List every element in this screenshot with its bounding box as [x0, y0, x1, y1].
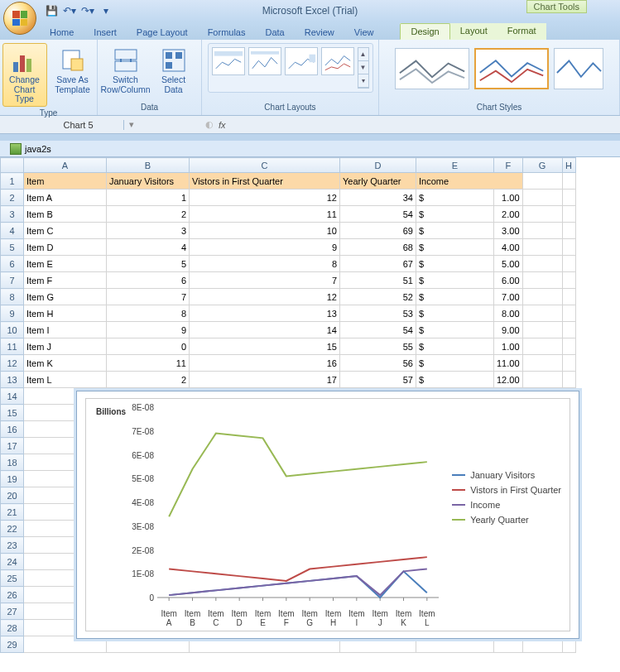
- cell-E11[interactable]: $: [416, 338, 494, 355]
- tab-data[interactable]: Data: [255, 25, 294, 40]
- tab-review[interactable]: Review: [295, 25, 344, 40]
- cell-C6[interactable]: 8: [190, 256, 340, 272]
- row-header-20[interactable]: 20: [1, 487, 24, 504]
- tab-formulas[interactable]: Formulas: [198, 25, 256, 40]
- cell-D1[interactable]: Yearly Quarter: [340, 173, 416, 190]
- row-header-15[interactable]: 15: [1, 405, 24, 421]
- cell-E2[interactable]: $: [416, 190, 494, 206]
- cell-F13[interactable]: 12.00: [494, 372, 523, 388]
- cell-A9[interactable]: Item H: [24, 305, 107, 322]
- fx-icon[interactable]: fx: [219, 120, 226, 130]
- row-header-11[interactable]: 11: [1, 338, 24, 355]
- cell-C8[interactable]: 12: [190, 289, 340, 305]
- row-header-18[interactable]: 18: [1, 454, 24, 471]
- row-header-27[interactable]: 27: [1, 603, 24, 620]
- cell-B2[interactable]: 1: [107, 190, 190, 206]
- row-header-2[interactable]: 2: [1, 190, 24, 206]
- row-header-6[interactable]: 6: [1, 256, 24, 272]
- row-header-9[interactable]: 9: [1, 305, 24, 322]
- style-option-2[interactable]: [474, 48, 549, 89]
- cell-D11[interactable]: 55: [340, 338, 416, 355]
- layout-option-4[interactable]: [321, 47, 354, 75]
- cell-D8[interactable]: 52: [340, 289, 416, 305]
- cell-D13[interactable]: 57: [340, 372, 416, 388]
- cell-B10[interactable]: 9: [107, 322, 190, 338]
- cell-A7[interactable]: Item F: [24, 272, 107, 289]
- cell-E4[interactable]: $: [416, 223, 494, 239]
- tab-format[interactable]: Format: [497, 23, 546, 40]
- cell-D12[interactable]: 56: [340, 355, 416, 372]
- undo-icon[interactable]: ↶▾: [63, 4, 76, 17]
- row-header-17[interactable]: 17: [1, 438, 24, 454]
- cell-B1[interactable]: January Visitors: [107, 173, 190, 190]
- cell-D4[interactable]: 69: [340, 223, 416, 239]
- cell-F4[interactable]: 3.00: [494, 223, 523, 239]
- cell-D9[interactable]: 53: [340, 305, 416, 322]
- tab-design[interactable]: Design: [400, 23, 449, 40]
- cell-A12[interactable]: Item K: [24, 355, 107, 372]
- chart-legend[interactable]: January VisitorsVistors in First Quarter…: [452, 465, 561, 530]
- name-box-dropdown-icon[interactable]: ▾: [124, 119, 139, 130]
- cell-E12[interactable]: $: [416, 355, 494, 372]
- cell-C3[interactable]: 11: [190, 206, 340, 223]
- cell-D10[interactable]: 54: [340, 322, 416, 338]
- cell-A6[interactable]: Item E: [24, 256, 107, 272]
- cell-E7[interactable]: $: [416, 272, 494, 289]
- row-header-8[interactable]: 8: [1, 289, 24, 305]
- cell-F10[interactable]: 9.00: [494, 322, 523, 338]
- row-header-22[interactable]: 22: [1, 521, 24, 537]
- cell-C13[interactable]: 17: [190, 372, 340, 388]
- cell-B3[interactable]: 2: [107, 206, 190, 223]
- cell-B13[interactable]: 2: [107, 372, 190, 388]
- row-header-16[interactable]: 16: [1, 421, 24, 438]
- legend-item[interactable]: Vistors in First Quarter: [452, 485, 561, 495]
- row-header-7[interactable]: 7: [1, 272, 24, 289]
- office-button[interactable]: [3, 2, 36, 35]
- cell-B11[interactable]: 0: [107, 338, 190, 355]
- col-header-E[interactable]: E: [416, 158, 494, 173]
- series-line[interactable]: [169, 557, 427, 581]
- cell-E1[interactable]: Income: [416, 173, 523, 190]
- cell-C11[interactable]: 15: [190, 338, 340, 355]
- cell-C10[interactable]: 14: [190, 322, 340, 338]
- cell-E10[interactable]: $: [416, 322, 494, 338]
- formula-input[interactable]: [231, 120, 479, 130]
- cell-F2[interactable]: 1.00: [494, 190, 523, 206]
- tab-layout[interactable]: Layout: [450, 23, 497, 40]
- row-header-24[interactable]: 24: [1, 554, 24, 570]
- cell-A4[interactable]: Item C: [24, 223, 107, 239]
- tab-home[interactable]: Home: [40, 25, 84, 40]
- layout-option-3[interactable]: [285, 47, 318, 75]
- cell-A11[interactable]: Item J: [24, 338, 107, 355]
- cell-D7[interactable]: 51: [340, 272, 416, 289]
- series-line[interactable]: [169, 434, 427, 517]
- cell-C7[interactable]: 7: [190, 272, 340, 289]
- switch-row-column-button[interactable]: Switch Row/Column: [103, 43, 148, 97]
- change-chart-type-button[interactable]: Change Chart Type: [2, 43, 47, 107]
- select-data-button[interactable]: Select Data: [151, 43, 196, 97]
- name-box[interactable]: Chart 5: [0, 120, 124, 130]
- chart-layouts-gallery[interactable]: ▲▼▾: [208, 43, 373, 93]
- cell-F8[interactable]: 7.00: [494, 289, 523, 305]
- row-header-1[interactable]: 1: [1, 173, 24, 190]
- cell-F6[interactable]: 5.00: [494, 256, 523, 272]
- cell-E8[interactable]: $: [416, 289, 494, 305]
- tab-insert[interactable]: Insert: [84, 25, 127, 40]
- cell-B9[interactable]: 8: [107, 305, 190, 322]
- cell-B8[interactable]: 7: [107, 289, 190, 305]
- tab-page-layout[interactable]: Page Layout: [127, 25, 198, 40]
- cell-C4[interactable]: 10: [190, 223, 340, 239]
- embedded-chart[interactable]: Billions 01E-082E-083E-084E-085E-086E-08…: [76, 391, 579, 639]
- cell-E5[interactable]: $: [416, 239, 494, 256]
- tab-view[interactable]: View: [344, 25, 384, 40]
- save-icon[interactable]: 💾: [45, 4, 58, 17]
- cell-C5[interactable]: 9: [190, 239, 340, 256]
- row-header-13[interactable]: 13: [1, 372, 24, 388]
- col-header-B[interactable]: B: [107, 158, 190, 173]
- layout-scroll[interactable]: ▲▼▾: [358, 47, 369, 89]
- cell-D3[interactable]: 54: [340, 206, 416, 223]
- cell-D5[interactable]: 68: [340, 239, 416, 256]
- cell-E3[interactable]: $: [416, 206, 494, 223]
- cell-B4[interactable]: 3: [107, 223, 190, 239]
- row-header-5[interactable]: 5: [1, 239, 24, 256]
